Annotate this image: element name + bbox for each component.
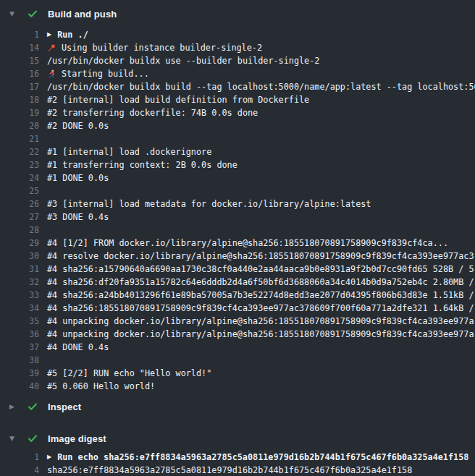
log-line: 37#4 DONE 0.4s xyxy=(0,341,475,354)
log-line-content: #2 transferring dockerfile: 74B 0.0s don… xyxy=(47,106,258,119)
log-line-content: #5 0.060 Hello world! xyxy=(47,380,155,393)
line-number[interactable]: 4 xyxy=(0,464,39,476)
log-text: #4 sha256:a15790640a6690aa1730c38cf0a440… xyxy=(47,263,474,276)
line-number[interactable]: 1 xyxy=(0,28,39,41)
line-number[interactable]: 34 xyxy=(0,302,39,315)
line-number[interactable]: 16 xyxy=(0,67,39,80)
line-number[interactable]: 30 xyxy=(0,250,39,263)
log-text: #4 resolve docker.io/library/alpine@sha2… xyxy=(47,250,474,263)
line-number[interactable]: 24 xyxy=(0,171,39,184)
log-lines: 1▶Run ./14Using builder instance builder… xyxy=(0,25,475,396)
run-expand-icon[interactable]: ▶ xyxy=(47,28,51,41)
log-line-content: #4 sha256:a24bb4013296f61e89ba57005a7b3e… xyxy=(47,289,474,302)
line-number[interactable]: 19 xyxy=(0,106,39,119)
log-line-content: #2 [internal] load build definition from… xyxy=(47,93,309,106)
log-line: 14Using builder instance builder-single-… xyxy=(0,41,475,54)
line-number[interactable]: 25 xyxy=(0,184,39,197)
log-line: 36#4 unpacking docker.io/library/alpine@… xyxy=(0,328,475,341)
log-line: 16Starting build... xyxy=(0,67,475,80)
log-text: #1 transferring context: 2B 0.0s done xyxy=(47,158,238,171)
log-line: 18#2 [internal] load build definition fr… xyxy=(0,93,475,106)
check-icon xyxy=(27,8,38,20)
log-line-content: #4 [1/2] FROM docker.io/library/alpine@s… xyxy=(47,237,448,250)
line-number[interactable]: 22 xyxy=(0,145,39,158)
log-line-content: ▶Run echo sha256:e7ff8834a5963a2785c5a08… xyxy=(47,451,468,464)
log-line-content: #3 DONE 0.4s xyxy=(47,211,109,224)
section-title: Build and push xyxy=(48,9,117,20)
log-line-content: #1 [internal] load .dockerignore xyxy=(47,145,211,158)
log-line: 24#1 DONE 0.0s xyxy=(0,171,475,184)
log-line-content: #4 sha256:a15790640a6690aa1730c38cf0a440… xyxy=(47,263,474,276)
line-number[interactable]: 39 xyxy=(0,367,39,380)
workflow-log-viewer: ▼ Build and push 1▶Run ./14Using builder… xyxy=(0,0,475,476)
log-text: Run echo sha256:e7ff8834a5963a2785c5a081… xyxy=(57,451,468,464)
log-line: 26#3 [internal] load metadata for docker… xyxy=(0,197,475,211)
line-number[interactable]: 20 xyxy=(0,119,39,132)
log-line: 40#5 0.060 Hello world! xyxy=(0,380,475,393)
line-number[interactable]: 29 xyxy=(0,237,39,250)
line-number[interactable]: 21 xyxy=(0,132,39,145)
log-text: #2 transferring dockerfile: 74B 0.0s don… xyxy=(47,106,258,119)
line-number[interactable]: 36 xyxy=(0,328,39,341)
log-line: 15/usr/bin/docker buildx use --builder b… xyxy=(0,54,475,67)
log-line-content: /usr/bin/docker buildx build --tag local… xyxy=(47,80,475,93)
line-number[interactable]: 17 xyxy=(0,80,39,93)
line-number[interactable]: 31 xyxy=(0,263,39,276)
log-text: /usr/bin/docker buildx use --builder bui… xyxy=(47,54,319,67)
log-text: #4 sha256:df20fa9351a15782c64e6dddb2d4a6… xyxy=(47,276,474,289)
line-number[interactable]: 26 xyxy=(0,197,39,211)
log-line-content: Using builder instance builder-single-2 xyxy=(47,41,262,54)
log-line: 4sha256:e7ff8834a5963a2785c5a0811e979d16… xyxy=(0,464,475,476)
log-line: 28 xyxy=(0,224,475,237)
log-line: 35#4 unpacking docker.io/library/alpine@… xyxy=(0,315,475,328)
line-number[interactable]: 35 xyxy=(0,315,39,328)
section-header-image-digest[interactable]: ▼ Image digest xyxy=(0,428,475,449)
log-text: #4 unpacking docker.io/library/alpine@sh… xyxy=(47,315,474,328)
section-header-inspect[interactable]: ▶ Inspect xyxy=(0,396,475,417)
line-number[interactable]: 14 xyxy=(0,41,39,54)
section-image-digest: ▼ Image digest 1▶Run echo sha256:e7ff883… xyxy=(0,428,475,476)
log-line: 33#4 sha256:a24bb4013296f61e89ba57005a7b… xyxy=(0,289,475,302)
log-text: #1 DONE 0.0s xyxy=(47,171,109,184)
line-number[interactable]: 40 xyxy=(0,380,39,393)
log-line: 19#2 transferring dockerfile: 74B 0.0s d… xyxy=(0,106,475,119)
log-line: 23#1 transferring context: 2B 0.0s done xyxy=(0,158,475,171)
section-build-and-push: ▼ Build and push 1▶Run ./14Using builder… xyxy=(0,3,475,396)
line-number[interactable]: 15 xyxy=(0,54,39,67)
log-line: 17/usr/bin/docker buildx build --tag loc… xyxy=(0,80,475,93)
log-text: Starting build... xyxy=(62,67,149,80)
log-line: 22#1 [internal] load .dockerignore xyxy=(0,145,475,158)
log-line-content: Starting build... xyxy=(47,67,149,80)
log-text: #3 [internal] load metadata for docker.i… xyxy=(47,197,371,211)
log-text: #1 [internal] load .dockerignore xyxy=(47,145,211,158)
chevron-right-icon[interactable]: ▶ xyxy=(9,396,20,417)
pushpin-icon xyxy=(47,43,62,53)
line-number[interactable]: 32 xyxy=(0,276,39,289)
chevron-down-icon[interactable]: ▼ xyxy=(9,428,20,449)
line-number[interactable]: 37 xyxy=(0,341,39,354)
log-text: Run ./ xyxy=(57,28,88,41)
log-text: #5 0.060 Hello world! xyxy=(47,380,155,393)
line-number[interactable]: 38 xyxy=(0,354,39,367)
log-text: #4 DONE 0.4s xyxy=(47,341,109,354)
log-line: 31#4 sha256:a15790640a6690aa1730c38cf0a4… xyxy=(0,263,475,276)
log-line-content: #2 DONE 0.0s xyxy=(47,119,109,132)
log-line: 39#5 [2/2] RUN echo "Hello world!" xyxy=(0,367,475,380)
line-number[interactable]: 23 xyxy=(0,158,39,171)
line-number[interactable]: 33 xyxy=(0,289,39,302)
chevron-down-icon[interactable]: ▼ xyxy=(9,3,20,25)
log-line: 34#4 sha256:185518070891758909c9f839cf4c… xyxy=(0,302,475,315)
log-text: #4 unpacking docker.io/library/alpine@sh… xyxy=(47,328,474,341)
log-text: #2 [internal] load build definition from… xyxy=(47,93,309,106)
log-line-content: #1 DONE 0.0s xyxy=(47,171,109,184)
log-line-content: #4 DONE 0.4s xyxy=(47,341,109,354)
log-line-content: #1 transferring context: 2B 0.0s done xyxy=(47,158,238,171)
line-number[interactable]: 28 xyxy=(0,224,39,237)
line-number[interactable]: 18 xyxy=(0,93,39,106)
log-line-content: #5 [2/2] RUN echo "Hello world!" xyxy=(47,367,211,380)
section-header-build-and-push[interactable]: ▼ Build and push xyxy=(0,3,475,25)
line-number[interactable]: 27 xyxy=(0,211,39,224)
run-expand-icon[interactable]: ▶ xyxy=(47,451,51,464)
line-number[interactable]: 1 xyxy=(0,451,39,464)
section-title: Inspect xyxy=(48,401,81,412)
